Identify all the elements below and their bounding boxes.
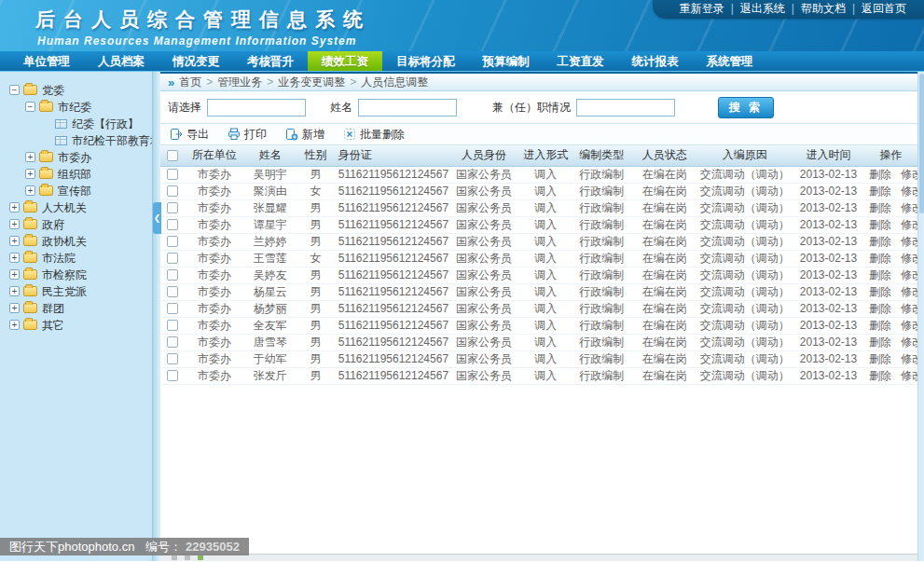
menu-item[interactable]: 统计报表	[618, 51, 693, 71]
edit-link[interactable]: 修改	[901, 369, 917, 382]
tree-node[interactable]: +政协机关	[0, 232, 152, 249]
select-all-checkbox[interactable]	[167, 150, 178, 161]
edit-link[interactable]: 修改	[901, 285, 917, 298]
menu-item[interactable]: 单位管理	[9, 51, 84, 71]
sidebar-collapse-button[interactable]: ❮	[153, 202, 161, 234]
edit-link[interactable]: 修改	[901, 302, 917, 315]
edit-link[interactable]: 修改	[901, 268, 917, 281]
delete-link[interactable]: 删除	[869, 319, 891, 332]
breadcrumb-item[interactable]: 管理业务	[217, 75, 262, 90]
edit-link[interactable]: 修改	[901, 218, 917, 231]
breadcrumb-item[interactable]: 业务变更调整	[278, 75, 345, 90]
expand-toggle-icon[interactable]: +	[9, 219, 20, 229]
name-input[interactable]	[358, 99, 457, 117]
edit-link[interactable]: 修改	[901, 336, 917, 349]
edit-link[interactable]: 修改	[901, 185, 917, 198]
menu-item[interactable]: 情况变更	[159, 51, 233, 71]
add-button[interactable]: 新增	[285, 127, 324, 143]
delete-link[interactable]: 删除	[869, 185, 891, 198]
breadcrumb-item[interactable]: 人员信息调整	[361, 75, 428, 90]
edit-link[interactable]: 修改	[901, 235, 917, 248]
expand-toggle-icon[interactable]: +	[9, 269, 20, 280]
collapse-toggle-icon[interactable]: −	[25, 102, 35, 112]
menu-item[interactable]: 预算编制	[469, 51, 544, 71]
row-checkbox[interactable]	[167, 202, 178, 213]
delete-link[interactable]: 删除	[869, 336, 891, 349]
tree-node[interactable]: +政府	[0, 215, 152, 232]
tree-node[interactable]: +组织部	[0, 165, 152, 182]
menu-item[interactable]: 工资直发	[544, 51, 618, 71]
top-link[interactable]: 重新登录	[680, 2, 724, 15]
delete-link[interactable]: 删除	[869, 218, 891, 231]
expand-toggle-icon[interactable]: +	[9, 286, 20, 296]
edit-link[interactable]: 修改	[901, 252, 917, 265]
tree-node[interactable]: +市委办	[0, 148, 152, 165]
delete-link[interactable]: 删除	[869, 302, 891, 315]
row-checkbox[interactable]	[167, 320, 178, 331]
row-checkbox[interactable]	[167, 185, 178, 197]
tree-node[interactable]: +市法院	[0, 249, 152, 266]
delete-link[interactable]: 删除	[869, 268, 891, 281]
delete-link[interactable]: 删除	[869, 235, 891, 248]
menu-item[interactable]: 绩效工资	[308, 51, 382, 71]
delete-link[interactable]: 删除	[869, 369, 891, 382]
row-checkbox[interactable]	[167, 353, 178, 364]
cell-entry_mode: 调入	[520, 317, 572, 334]
row-checkbox[interactable]	[167, 253, 178, 264]
row-checkbox[interactable]	[167, 236, 178, 247]
pagination-bar[interactable]	[160, 554, 917, 561]
expand-toggle-icon[interactable]: +	[9, 303, 20, 313]
tree-node[interactable]: 市纪检干部教育培训中心	[0, 131, 152, 148]
tree-node[interactable]: +宣传部	[0, 182, 152, 199]
delete-link[interactable]: 删除	[869, 285, 891, 298]
edit-link[interactable]: 修改	[901, 201, 917, 214]
row-checkbox[interactable]	[167, 269, 178, 281]
row-checkbox[interactable]	[167, 169, 178, 180]
vertical-scrollbar[interactable]	[917, 72, 924, 561]
delete-link[interactable]: 删除	[869, 252, 891, 265]
menu-item[interactable]: 目标将分配	[382, 51, 469, 71]
expand-toggle-icon[interactable]: +	[25, 169, 35, 179]
row-checkbox[interactable]	[167, 219, 178, 230]
edit-link[interactable]: 修改	[901, 352, 917, 365]
print-button[interactable]: 打印	[228, 127, 267, 143]
tree-node[interactable]: −市纪委	[0, 98, 152, 115]
tree-node[interactable]: +群团	[0, 299, 152, 316]
tree-node[interactable]: +民主党派	[0, 282, 152, 299]
breadcrumb-item[interactable]: 首页	[179, 75, 201, 90]
expand-toggle-icon[interactable]: +	[9, 320, 20, 330]
row-checkbox[interactable]	[167, 370, 178, 381]
tree-node[interactable]: +市检察院	[0, 266, 152, 282]
name-label: 姓名	[330, 100, 352, 116]
delete-link[interactable]: 删除	[869, 352, 891, 365]
edit-link[interactable]: 修改	[901, 168, 917, 181]
expand-toggle-icon[interactable]: +	[9, 236, 20, 246]
delete-link[interactable]: 删除	[869, 168, 891, 181]
expand-toggle-icon[interactable]: +	[25, 152, 35, 162]
row-checkbox[interactable]	[167, 286, 178, 297]
tree-node[interactable]: +其它	[0, 316, 152, 333]
batch-delete-button[interactable]: 批量删除	[343, 127, 405, 143]
tree-node[interactable]: 纪委【行政】	[0, 115, 152, 131]
menu-item[interactable]: 人员档案	[84, 51, 159, 71]
export-button[interactable]: 导出	[170, 127, 209, 143]
delete-link[interactable]: 删除	[869, 201, 891, 214]
scrollbar-thumb[interactable]	[919, 74, 924, 213]
top-link[interactable]: 帮助文档	[801, 2, 846, 15]
tree-node[interactable]: −党委	[0, 81, 152, 98]
expand-toggle-icon[interactable]: +	[9, 253, 20, 263]
expand-toggle-icon[interactable]: +	[9, 202, 20, 212]
tree-node[interactable]: +人大机关	[0, 199, 152, 215]
edit-link[interactable]: 修改	[901, 319, 917, 332]
expand-toggle-icon[interactable]: +	[25, 185, 35, 196]
row-checkbox[interactable]	[167, 303, 178, 314]
menu-item[interactable]: 系统管理	[693, 51, 767, 71]
search-button[interactable]: 搜 索	[718, 97, 774, 118]
top-link[interactable]: 退出系统	[740, 2, 785, 15]
menu-item[interactable]: 考核晋升	[233, 51, 308, 71]
top-link[interactable]: 返回首页	[862, 2, 906, 15]
job-status-input[interactable]	[576, 99, 675, 117]
row-checkbox[interactable]	[167, 336, 178, 348]
filter-select-input[interactable]	[207, 99, 306, 117]
collapse-toggle-icon[interactable]: −	[9, 85, 20, 95]
